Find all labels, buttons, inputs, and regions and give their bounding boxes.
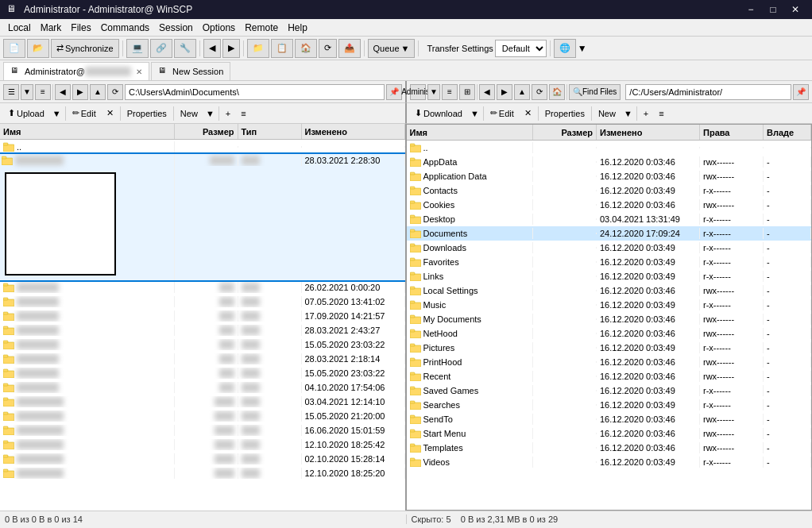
right-filter-btn[interactable]: ≡	[442, 84, 458, 100]
left-properties-button[interactable]: Properties	[122, 106, 172, 121]
queue-button[interactable]: Queue ▼	[368, 39, 416, 58]
right-col-rights[interactable]: Права	[700, 125, 764, 140]
right-col-modified[interactable]: Изменено	[597, 125, 700, 140]
right-properties-button[interactable]: Properties	[540, 106, 590, 121]
right-row-7[interactable]: Downloads 16.12.2020 0:03:49 r-x------ -	[407, 241, 812, 255]
left-row-2[interactable]: FileName2 222 Type 26.02.2021 0:00:20	[0, 280, 405, 295]
close-button[interactable]: ✕	[785, 2, 806, 17]
menu-local[interactable]: Local	[3, 21, 36, 35]
left-bookmark-btn[interactable]: 📌	[386, 84, 402, 100]
toolbar-icon10[interactable]: 🏠	[295, 39, 317, 58]
menu-remote[interactable]: Remote	[240, 21, 283, 35]
toolbar-icon4[interactable]: 🔗	[150, 39, 172, 58]
left-addr-dropdown-btn[interactable]: ▼	[21, 84, 33, 100]
menu-options[interactable]: Options	[198, 21, 240, 35]
left-row-12[interactable]: FileName12 1200 Type 16.06.2020 15:01:59	[0, 423, 405, 437]
toolbar-icon12[interactable]: 📤	[338, 39, 361, 58]
left-row-5[interactable]: FileName5 555 Type 28.03.2021 2:43:27	[0, 323, 405, 337]
right-edit-button[interactable]: ✏ Edit	[485, 106, 519, 121]
left-row-14[interactable]: FileName14 1400 Type 02.10.2020 15:28:14	[0, 452, 405, 466]
download-button[interactable]: ⬇ Download	[410, 106, 467, 121]
right-col-owner[interactable]: Владе	[764, 125, 811, 140]
right-row-5[interactable]: Desktop 03.04.2021 13:31:49 r-x------ -	[407, 212, 812, 226]
minimize-button[interactable]: −	[740, 2, 761, 17]
left-new-arrow[interactable]: ▼	[203, 106, 217, 121]
toolbar-icon1[interactable]: 📄	[3, 39, 25, 58]
right-more1[interactable]: +	[639, 106, 653, 121]
right-row-3[interactable]: Contacts 16.12.2020 0:03:49 r-x------ -	[407, 183, 812, 198]
right-addr-dropdown-btn[interactable]: ▼	[427, 84, 440, 100]
right-new-button[interactable]: New	[594, 106, 621, 121]
right-row-19[interactable]: SendTo 16.12.2020 0:03:46 rwx------ -	[407, 412, 812, 426]
left-row-13[interactable]: FileName13 1300 Type 12.10.2020 18:25:42	[0, 437, 405, 452]
toolbar-icon8[interactable]: 📁	[247, 39, 269, 58]
toolbar-icon6[interactable]: ◀	[203, 39, 221, 58]
left-row-6[interactable]: FileName6 666 Type 15.05.2020 23:03:22	[0, 337, 405, 352]
menu-commands[interactable]: Commands	[96, 21, 154, 35]
right-row-16[interactable]: Recent 16.12.2020 0:03:46 rwx------ -	[407, 369, 812, 383]
right-server-btn[interactable]: Administr	[410, 84, 426, 100]
upload-button[interactable]: ⬆ Upload	[3, 106, 49, 121]
toolbar-icon5[interactable]: 🔧	[174, 39, 196, 58]
left-addr-menu-btn[interactable]: ☰	[3, 84, 19, 100]
transfer-select[interactable]: Default	[495, 40, 547, 57]
right-row-13[interactable]: NetHood 16.12.2020 0:03:46 rwx------ -	[407, 326, 812, 341]
left-row-4[interactable]: FileName4 444 Type 17.09.2020 14:21:57	[0, 309, 405, 323]
new-session-tab[interactable]: 🖥 New Session	[151, 62, 230, 80]
left-edit-button[interactable]: ✏ Edit	[68, 106, 101, 121]
toolbar-icon9[interactable]: 📋	[271, 39, 293, 58]
right-new-arrow[interactable]: ▼	[621, 106, 635, 121]
menu-files[interactable]: Files	[66, 21, 95, 35]
active-tab[interactable]: 🖥 Administrator@192.168.1.1 ✕	[3, 62, 149, 80]
right-bookmark-btn[interactable]: 📌	[793, 84, 809, 100]
toolbar-icon3[interactable]: 💻	[126, 39, 149, 58]
left-forward-btn[interactable]: ▶	[72, 84, 88, 100]
left-file-list[interactable]: .. FolderName 12	[0, 140, 405, 511]
right-col-size[interactable]: Размер	[533, 125, 597, 140]
right-filter2-btn[interactable]: ⊞	[459, 84, 475, 100]
toolbar-icon7[interactable]: ▶	[222, 39, 240, 58]
right-download-arrow[interactable]: ▼	[468, 106, 481, 121]
toolbar-icon2[interactable]: 📂	[27, 39, 49, 58]
globe-icon-btn[interactable]: 🌐	[554, 39, 576, 58]
right-row-11[interactable]: Music 16.12.2020 0:03:49 r-x------ -	[407, 298, 812, 312]
right-row-20[interactable]: Start Menu 16.12.2020 0:03:46 rwx------ …	[407, 426, 812, 441]
right-refresh-btn[interactable]: ⟳	[532, 84, 547, 100]
left-row-up[interactable]: ..	[0, 140, 405, 154]
find-files-btn[interactable]: 🔍 Find Files	[569, 84, 621, 100]
right-more2[interactable]: ≡	[654, 106, 668, 121]
left-refresh-btn[interactable]: ⟳	[107, 84, 123, 100]
left-more2[interactable]: ≡	[236, 106, 250, 121]
right-row-8[interactable]: Favorites 16.12.2020 0:03:49 r-x------ -	[407, 255, 812, 269]
right-row-0[interactable]: ..	[407, 141, 812, 155]
right-row-2[interactable]: Application Data 16.12.2020 0:03:46 rwx-…	[407, 169, 812, 183]
left-row-3[interactable]: FileName3 333 Type 07.05.2020 13:41:02	[0, 295, 405, 309]
left-col-modified[interactable]: Изменено	[302, 124, 405, 139]
left-col-name[interactable]: Имя	[0, 124, 175, 139]
left-address-box[interactable]: C:\Users\Admin\Documents\	[125, 84, 385, 100]
tab-close-button[interactable]: ✕	[136, 67, 142, 76]
right-row-21[interactable]: Templates 16.12.2020 0:03:46 rwx------ -	[407, 441, 812, 455]
left-col-type[interactable]: Тип	[238, 124, 302, 139]
right-row-15[interactable]: PrintHood 16.12.2020 0:03:46 rwx------ -	[407, 355, 812, 369]
left-dropdown-arrow[interactable]: ▼	[50, 106, 64, 121]
left-row-8[interactable]: FileName8 888 Type 15.05.2020 23:03:22	[0, 366, 405, 380]
right-file-list[interactable]: .. AppData 16.12.2020 0:03:46 rwx------ …	[407, 141, 812, 510]
toolbar-icon11[interactable]: ⟳	[319, 39, 337, 58]
left-up-btn[interactable]: ▲	[90, 84, 106, 100]
right-row-12[interactable]: My Documents 16.12.2020 0:03:46 rwx-----…	[407, 312, 812, 326]
right-forward-btn[interactable]: ▶	[497, 84, 512, 100]
menu-mark[interactable]: Mark	[36, 21, 67, 35]
right-delete-button[interactable]: ✕	[520, 106, 536, 121]
left-row-15[interactable]: FileName15 1500 Type 12.10.2020 18:25:20	[0, 466, 405, 480]
synchronize-button[interactable]: ⇄ Synchronize	[51, 39, 119, 58]
left-filter-btn[interactable]: ≡	[35, 84, 51, 100]
menu-help[interactable]: Help	[283, 21, 312, 35]
right-row-9[interactable]: Links 16.12.2020 0:03:49 r-x------ -	[407, 269, 812, 283]
right-back-btn[interactable]: ◀	[479, 84, 495, 100]
right-row-17[interactable]: Saved Games 16.12.2020 0:03:49 r-x------…	[407, 383, 812, 398]
right-row-6[interactable]: Documents 24.12.2020 17:09:24 r-x------ …	[407, 226, 812, 241]
menu-session[interactable]: Session	[154, 21, 198, 35]
left-row-9[interactable]: FileName9 999 Type 04.10.2020 17:54:06	[0, 380, 405, 395]
right-address-box[interactable]: /C:/Users/Administrator/	[625, 84, 791, 100]
